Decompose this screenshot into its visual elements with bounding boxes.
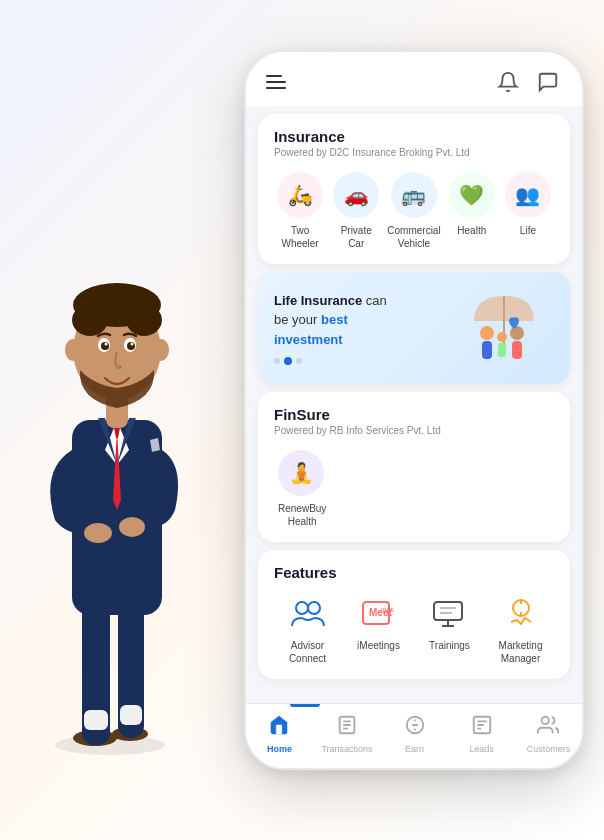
insurance-private-car[interactable]: 🚗 PrivateCar bbox=[331, 172, 381, 250]
svg-point-32 bbox=[510, 326, 524, 340]
advisor-connect-icon bbox=[284, 593, 332, 633]
app-header bbox=[246, 52, 582, 106]
earn-nav-label: Earn bbox=[405, 744, 424, 754]
svg-point-37 bbox=[308, 602, 320, 614]
scroll-content[interactable]: Insurance Powered by D2C Insurance Broki… bbox=[246, 106, 582, 768]
customers-nav-icon bbox=[537, 714, 559, 741]
banner-product-name: Life Insurance bbox=[274, 293, 362, 308]
banner-illustration bbox=[454, 288, 554, 368]
commercial-vehicle-label: CommercialVehicle bbox=[387, 224, 440, 250]
svg-rect-35 bbox=[498, 343, 506, 357]
nav-transactions[interactable]: Transactions bbox=[321, 714, 372, 754]
home-nav-icon bbox=[268, 714, 290, 741]
customers-nav-label: Customers bbox=[527, 744, 571, 754]
banner-dot-3 bbox=[296, 358, 302, 364]
nav-customers[interactable]: Customers bbox=[523, 714, 573, 754]
nav-home[interactable]: Home bbox=[254, 714, 304, 754]
health-icon: 💚 bbox=[449, 172, 495, 218]
leads-nav-label: Leads bbox=[469, 744, 494, 754]
transactions-nav-icon bbox=[336, 714, 358, 741]
imeetings-label: iMeetings bbox=[357, 639, 400, 652]
insurance-commercial-vehicle[interactable]: 🚌 CommercialVehicle bbox=[387, 172, 440, 250]
insurance-card: Insurance Powered by D2C Insurance Broki… bbox=[258, 114, 570, 264]
svg-point-24 bbox=[105, 343, 108, 346]
insurance-health[interactable]: 💚 Health bbox=[447, 172, 497, 237]
life-label: Life bbox=[520, 224, 536, 237]
insurance-two-wheeler[interactable]: 🛵 TwoWheeler bbox=[275, 172, 325, 250]
life-icon: 👥 bbox=[505, 172, 551, 218]
chat-button[interactable] bbox=[534, 68, 562, 96]
svg-text:ings: ings bbox=[381, 606, 394, 614]
commercial-vehicle-icon: 🚌 bbox=[391, 172, 437, 218]
svg-rect-31 bbox=[482, 341, 492, 359]
feature-advisor-connect[interactable]: AdvisorConnect bbox=[280, 593, 335, 665]
svg-point-58 bbox=[542, 717, 549, 724]
bottom-navigation: Home Transactions bbox=[246, 703, 582, 768]
health-label: Health bbox=[457, 224, 486, 237]
character-illustration bbox=[0, 80, 220, 760]
two-wheeler-icon: 🛵 bbox=[277, 172, 323, 218]
advisor-connect-label: AdvisorConnect bbox=[289, 639, 326, 665]
earn-nav-icon bbox=[404, 714, 426, 741]
finsure-card: FinSure Powered by RB Info Services Pvt.… bbox=[258, 392, 570, 542]
svg-rect-5 bbox=[84, 710, 108, 730]
insurance-life[interactable]: 👥 Life bbox=[503, 172, 553, 237]
two-wheeler-label: TwoWheeler bbox=[281, 224, 318, 250]
feature-imeetings[interactable]: Meet ings iMeetings bbox=[351, 593, 406, 652]
phone-device: Insurance Powered by D2C Insurance Broki… bbox=[244, 50, 584, 770]
header-icons bbox=[494, 68, 562, 96]
renewbuy-health-icon: 🧘 bbox=[278, 450, 324, 496]
imeetings-icon: Meet ings bbox=[355, 593, 403, 633]
svg-point-11 bbox=[84, 523, 112, 543]
svg-point-19 bbox=[153, 339, 169, 361]
private-car-icon: 🚗 bbox=[333, 172, 379, 218]
life-insurance-banner[interactable]: Life Insurance canbe your bestinvestment bbox=[258, 272, 570, 384]
insurance-title: Insurance bbox=[274, 128, 554, 145]
banner-dot-1 bbox=[274, 358, 280, 364]
finsure-title: FinSure bbox=[274, 406, 554, 423]
svg-point-12 bbox=[119, 517, 145, 537]
insurance-subtitle: Powered by D2C Insurance Broking Pvt. Lt… bbox=[274, 147, 554, 158]
features-title: Features bbox=[274, 564, 554, 581]
svg-point-16 bbox=[72, 304, 108, 336]
trainings-icon bbox=[426, 593, 474, 633]
marketing-manager-icon bbox=[497, 593, 545, 633]
notification-button[interactable] bbox=[494, 68, 522, 96]
trainings-label: Trainings bbox=[429, 639, 470, 652]
nav-leads[interactable]: Leads bbox=[457, 714, 507, 754]
features-icons-row: AdvisorConnect Meet ings iMeetings bbox=[274, 593, 554, 665]
svg-point-34 bbox=[497, 332, 507, 342]
feature-marketing-manager[interactable]: MarketingManager bbox=[493, 593, 548, 665]
svg-point-18 bbox=[65, 339, 81, 361]
banner-dot-2 bbox=[284, 357, 292, 365]
leads-nav-icon bbox=[471, 714, 493, 741]
renewbuy-health-item[interactable]: 🧘 RenewBuyHealth bbox=[274, 450, 554, 528]
private-car-label: PrivateCar bbox=[341, 224, 372, 250]
nav-earn[interactable]: Earn bbox=[390, 714, 440, 754]
svg-point-30 bbox=[480, 326, 494, 340]
nav-active-indicator bbox=[290, 704, 320, 707]
svg-rect-33 bbox=[512, 341, 522, 359]
svg-point-36 bbox=[296, 602, 308, 614]
phone-screen: Insurance Powered by D2C Insurance Broki… bbox=[246, 52, 582, 768]
menu-button[interactable] bbox=[266, 75, 286, 89]
phone-shell: Insurance Powered by D2C Insurance Broki… bbox=[244, 50, 584, 770]
banner-message: Life Insurance canbe your bestinvestment bbox=[274, 291, 454, 350]
home-nav-label: Home bbox=[267, 744, 292, 754]
transactions-nav-label: Transactions bbox=[321, 744, 372, 754]
insurance-icons-row: 🛵 TwoWheeler 🚗 PrivateCar 🚌 CommercialVe… bbox=[274, 172, 554, 250]
features-card: Features bbox=[258, 550, 570, 679]
renewbuy-health-label: RenewBuyHealth bbox=[278, 502, 326, 528]
svg-point-17 bbox=[126, 304, 162, 336]
svg-rect-6 bbox=[120, 705, 142, 725]
marketing-manager-label: MarketingManager bbox=[499, 639, 543, 665]
banner-text-area: Life Insurance canbe your bestinvestment bbox=[274, 291, 454, 366]
banner-dots bbox=[274, 357, 454, 365]
feature-trainings[interactable]: Trainings bbox=[422, 593, 477, 652]
svg-rect-41 bbox=[434, 602, 462, 620]
svg-point-25 bbox=[131, 343, 134, 346]
finsure-subtitle: Powered by RB Info Services Pvt. Ltd bbox=[274, 425, 554, 436]
